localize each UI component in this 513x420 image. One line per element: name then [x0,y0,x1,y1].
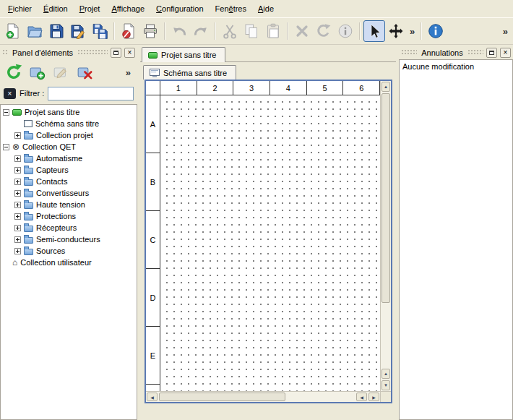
menubar: Fichier Édition Projet Affichage Configu… [0,0,513,17]
dock-float-button[interactable] [486,48,497,58]
move-mode-button[interactable] [385,20,407,42]
folder-icon [24,179,33,186]
expand-expander-icon[interactable] [14,236,21,243]
toolbar-extension-chevron[interactable]: » [500,26,511,37]
information-button[interactable] [425,20,447,42]
expand-expander-icon[interactable] [14,202,21,208]
tab-projet-sans-titre[interactable]: Projet sans titre [142,47,225,62]
tree-item-automatisme[interactable]: Automatisme [1,153,137,164]
expand-expander-icon[interactable] [14,248,21,254]
row-header: C [146,211,160,269]
save-all-button[interactable] [89,20,111,42]
tree-item-convertisseurs[interactable]: Convertisseurs [1,187,137,199]
scroll-right-button[interactable]: ▶ [368,393,379,401]
tree-item-collection-projet[interactable]: Collection projet [1,129,137,141]
tree-item-semi-conducteurs[interactable]: Semi-conducteurs [1,233,137,245]
redo-icon [193,23,209,39]
menu-projet[interactable]: Projet [74,1,106,16]
scroll-left-button[interactable]: ◀ [356,393,367,401]
tree-item-recepteurs[interactable]: Récepteurs [1,222,137,233]
save-button[interactable] [46,20,67,42]
expand-expander-icon[interactable] [14,190,21,197]
delete-element-button[interactable] [75,62,95,82]
main-toolbar: » » [0,17,513,45]
dock-close-button[interactable]: × [124,48,135,58]
elements-tree[interactable]: Projet sans titre Schéma sans titre Coll… [0,104,137,420]
menu-affichage[interactable]: Affichage [105,1,150,16]
diagram-canvas[interactable] [160,95,380,391]
print-button[interactable] [139,20,161,42]
expand-expander-icon[interactable] [14,213,21,220]
elements-panel-titlebar[interactable]: Panel d'éléments × [0,46,137,59]
horizontal-scrollbar[interactable]: ◀ ◀ ▶ [146,391,380,402]
panel-toolbar-overflow-chevron[interactable]: » [123,67,134,78]
dock-grip[interactable] [2,49,8,56]
undo-panel-titlebar[interactable]: Annulations × [399,46,513,59]
tree-item-haute-tension[interactable]: Haute tension [1,199,137,210]
save-as-icon [70,23,86,39]
scroll-left-button[interactable]: ◀ [147,393,158,401]
elements-panel: Panel d'éléments × » × Filtrer : Projet … [0,46,137,420]
expand-expander-icon[interactable] [14,155,21,162]
close-file-button[interactable] [118,20,139,42]
cursor-arrow-icon [366,23,382,39]
vertical-scroll-thumb[interactable] [381,93,390,303]
vertical-scroll-track[interactable] [381,93,391,368]
open-project-button[interactable] [24,20,46,42]
tree-item-schema-sans-titre[interactable]: Schéma sans titre [1,118,137,129]
dock-grip[interactable] [401,49,417,56]
tab-schema-sans-titre[interactable]: Schéma sans titre [143,65,236,80]
collapse-expander-icon[interactable] [3,144,9,150]
tree-item-sources[interactable]: Sources [1,245,137,257]
dock-close-button[interactable]: × [500,48,511,58]
clear-filter-icon[interactable]: × [4,88,16,99]
toolbar-overflow-chevron[interactable]: » [407,26,418,37]
undo-history-list[interactable]: Aucune modification [399,59,513,420]
horizontal-scroll-track[interactable] [158,392,355,402]
collapse-expander-icon[interactable] [3,109,9,116]
tree-item-label: Haute tension [36,200,85,209]
new-document-button[interactable] [2,20,24,42]
diagram-view[interactable]: 1 2 3 4 5 6 ▲ ▲ ▼ A B C D [145,80,392,403]
tree-item-contacts[interactable]: Contacts [1,176,137,187]
tree-item-label: Semi-conducteurs [36,235,100,244]
select-mode-button[interactable] [363,20,385,42]
dock-float-button[interactable] [111,48,121,58]
tree-item-capteurs[interactable]: Capteurs [1,164,137,176]
menu-fichier[interactable]: Fichier [2,1,38,16]
scroll-up-button[interactable]: ▲ [381,82,390,92]
paste-button [262,20,284,42]
delete-icon [294,23,310,39]
save-as-button[interactable] [67,20,89,42]
tree-item-collection-utilisateur[interactable]: Collection utilisateur [1,257,137,268]
horizontal-scroll-thumb[interactable] [159,393,285,401]
new-element-button[interactable] [27,62,48,82]
expand-expander-icon[interactable] [14,167,21,173]
filter-row: × Filtrer : [0,85,137,104]
redo-button [190,20,212,42]
filter-input[interactable] [48,87,134,100]
expand-expander-icon[interactable] [14,225,21,231]
scroll-up-button[interactable]: ▲ [381,369,390,379]
column-header: 6 [343,81,380,95]
folder-icon [24,237,33,244]
menu-configuration[interactable]: Configuration [150,1,209,16]
dock-grip[interactable] [467,49,483,56]
tree-item-projet-sans-titre[interactable]: Projet sans titre [1,106,137,118]
scroll-down-button[interactable]: ▼ [381,380,390,390]
tree-item-label: Sources [36,247,65,255]
expand-expander-icon[interactable] [14,179,21,185]
tree-item-label: Capteurs [36,166,69,174]
dock-grip[interactable] [77,49,108,56]
folder-icon [24,202,33,209]
vertical-scrollbar[interactable]: ▲ ▲ ▼ [380,81,391,391]
menu-edition[interactable]: Édition [38,1,74,16]
tree-item-protections[interactable]: Protections [1,210,137,222]
reload-collections-button[interactable] [4,62,24,82]
tree-item-collection-qet[interactable]: Collection QET [1,141,137,153]
menu-fenetres[interactable]: Fenêtres [210,1,252,16]
folder-icon [24,214,33,220]
expand-expander-icon[interactable] [14,132,21,139]
menu-aide[interactable]: Aide [252,1,280,16]
copy-icon [243,23,259,39]
